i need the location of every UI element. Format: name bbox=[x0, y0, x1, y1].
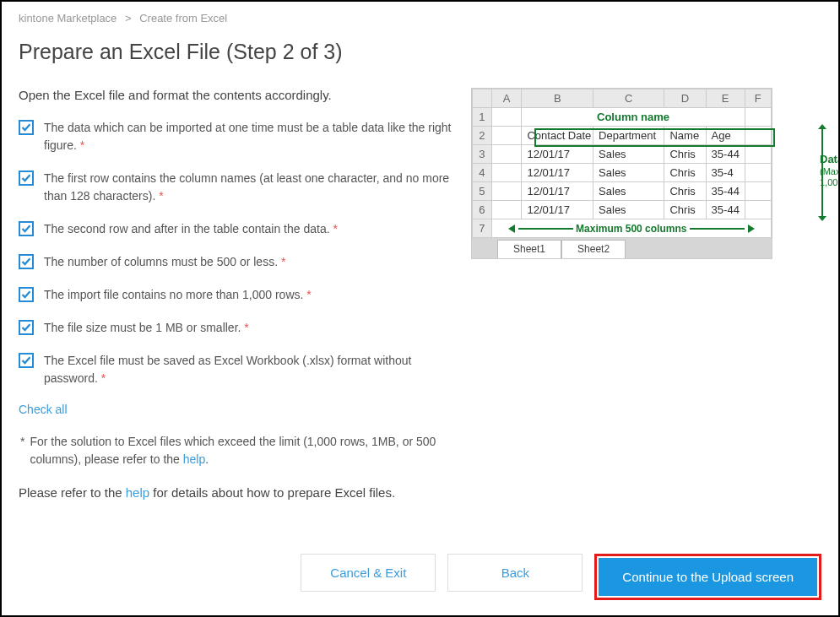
hint-before: Please refer to the bbox=[19, 485, 126, 500]
cancel-exit-button[interactable]: Cancel & Exit bbox=[301, 554, 436, 592]
data-cell: Sales bbox=[593, 164, 664, 182]
breadcrumb: kintone Marketplace > Create from Excel bbox=[19, 12, 821, 24]
col-header-c: C bbox=[593, 89, 664, 108]
breadcrumb-item-marketplace[interactable]: kintone Marketplace bbox=[19, 12, 117, 24]
header-cell-b: Contact Date bbox=[522, 127, 593, 145]
checkbox-1[interactable] bbox=[19, 120, 34, 135]
check-row-4: The number of columns must be 500 or les… bbox=[19, 253, 456, 271]
row-header-5: 5 bbox=[473, 182, 492, 201]
column-name-annotation: Column name bbox=[522, 108, 745, 127]
check-row-2: The first row contains the column names … bbox=[19, 170, 456, 205]
data-cell: Chris bbox=[664, 164, 706, 182]
data-cell: Sales bbox=[593, 201, 664, 219]
data-cell: 35-44 bbox=[706, 145, 745, 164]
check-row-5: The import file contains no more than 1,… bbox=[19, 286, 456, 304]
breadcrumb-item-create-from-excel: Create from Excel bbox=[139, 12, 227, 24]
col-header-e: E bbox=[706, 89, 745, 108]
check-row-3: The second row and after in the table co… bbox=[19, 220, 456, 238]
checkmark-icon bbox=[21, 355, 31, 365]
data-cell: Sales bbox=[593, 182, 664, 201]
breadcrumb-separator: > bbox=[125, 12, 132, 24]
hint-after: for details about how to prepare Excel f… bbox=[149, 485, 395, 500]
sheet-tab-1[interactable]: Sheet1 bbox=[497, 240, 561, 258]
row-header-3: 3 bbox=[473, 145, 492, 164]
checkbox-7[interactable] bbox=[19, 353, 34, 368]
data-cell: 12/01/17 bbox=[522, 201, 593, 219]
checkbox-6[interactable] bbox=[19, 320, 34, 335]
arrow-left-icon bbox=[508, 225, 515, 233]
check-all-link[interactable]: Check all bbox=[19, 403, 68, 416]
checkmark-icon bbox=[21, 290, 31, 300]
arrow-right-icon bbox=[748, 225, 755, 233]
data-cell: Chris bbox=[664, 201, 706, 219]
note-text: For the solution to Excel files which ex… bbox=[30, 435, 436, 466]
checkmark-icon bbox=[21, 257, 31, 267]
help-link-note[interactable]: help bbox=[183, 452, 205, 466]
page-title: Prepare an Excel File (Step 2 of 3) bbox=[19, 40, 821, 64]
data-rows-annotation: Data (Maximum 1,000 rows) bbox=[820, 128, 840, 187]
checkmark-icon bbox=[21, 224, 31, 234]
check-text-6: The file size must be 1 MB or smaller. * bbox=[44, 319, 249, 337]
check-text-1: The data which can be imported at one ti… bbox=[44, 119, 456, 154]
data-cell: 35-44 bbox=[706, 201, 745, 219]
note-after: . bbox=[205, 452, 209, 466]
checkbox-3[interactable] bbox=[19, 221, 34, 236]
checkmark-icon bbox=[21, 173, 31, 183]
sheet-tabs: Sheet1 Sheet2 bbox=[472, 238, 772, 258]
back-button[interactable]: Back bbox=[447, 554, 583, 592]
check-row-7: The Excel file must be saved as Excel Wo… bbox=[19, 352, 456, 387]
instructions-column: Open the Excel file and format the conte… bbox=[19, 88, 456, 500]
check-row-6: The file size must be 1 MB or smaller. * bbox=[19, 319, 456, 337]
checkmark-icon bbox=[21, 322, 31, 333]
checkbox-4[interactable] bbox=[19, 254, 34, 269]
header-cell-e: Age bbox=[706, 127, 745, 145]
sheet-tab-2[interactable]: Sheet2 bbox=[561, 240, 626, 258]
data-cell: 35-44 bbox=[706, 182, 745, 201]
check-text-2: The first row contains the column names … bbox=[44, 170, 456, 205]
continue-button-highlight: Continue to the Upload screen bbox=[594, 554, 821, 600]
col-header-a: A bbox=[491, 89, 522, 108]
example-spreadsheet: A B C D E F 1 Column name 2 bbox=[471, 88, 821, 259]
row-header-2: 2 bbox=[473, 127, 492, 145]
checkbox-2[interactable] bbox=[19, 170, 34, 186]
vertical-arrow-icon bbox=[821, 128, 823, 217]
check-row-1: The data which can be imported at one ti… bbox=[19, 119, 456, 154]
checklist: The data which can be imported at one ti… bbox=[19, 119, 456, 387]
col-header-d: D bbox=[664, 89, 706, 108]
check-text-3: The second row and after in the table co… bbox=[44, 220, 338, 238]
header-cell-c: Department bbox=[593, 127, 664, 145]
instruction-text: Open the Excel file and format the conte… bbox=[19, 88, 456, 102]
checkbox-5[interactable] bbox=[19, 287, 34, 302]
data-cell: Sales bbox=[593, 145, 664, 164]
continue-button[interactable]: Continue to the Upload screen bbox=[599, 558, 817, 596]
data-cell: 12/01/17 bbox=[522, 145, 593, 164]
data-cell: Chris bbox=[664, 145, 706, 164]
corner-cell bbox=[473, 89, 492, 108]
data-cell: Chris bbox=[664, 182, 706, 201]
note-asterisk: * bbox=[20, 433, 24, 468]
row-header-4: 4 bbox=[473, 164, 492, 182]
row-header-7: 7 bbox=[473, 219, 492, 238]
data-cell: 12/01/17 bbox=[522, 164, 593, 182]
check-text-4: The number of columns must be 500 or les… bbox=[44, 253, 285, 271]
footer-buttons: Cancel & Exit Back Continue to the Uploa… bbox=[19, 554, 821, 600]
check-text-7: The Excel file must be saved as Excel Wo… bbox=[44, 352, 456, 387]
hint-line: Please refer to the help for details abo… bbox=[19, 485, 456, 500]
col-header-b: B bbox=[522, 89, 593, 108]
help-link-hint[interactable]: help bbox=[126, 485, 149, 500]
row-header-1: 1 bbox=[473, 108, 492, 127]
max-columns-annotation: Maximum 500 columns bbox=[491, 219, 771, 238]
checkmark-icon bbox=[21, 122, 31, 133]
limit-note: * For the solution to Excel files which … bbox=[19, 433, 456, 468]
check-text-5: The import file contains no more than 1,… bbox=[44, 286, 312, 304]
row-header-6: 6 bbox=[473, 201, 492, 219]
data-cell: 12/01/17 bbox=[522, 182, 593, 201]
header-cell-d: Name bbox=[664, 127, 706, 145]
data-cell: 35-4 bbox=[706, 164, 745, 182]
col-header-f: F bbox=[745, 89, 771, 108]
